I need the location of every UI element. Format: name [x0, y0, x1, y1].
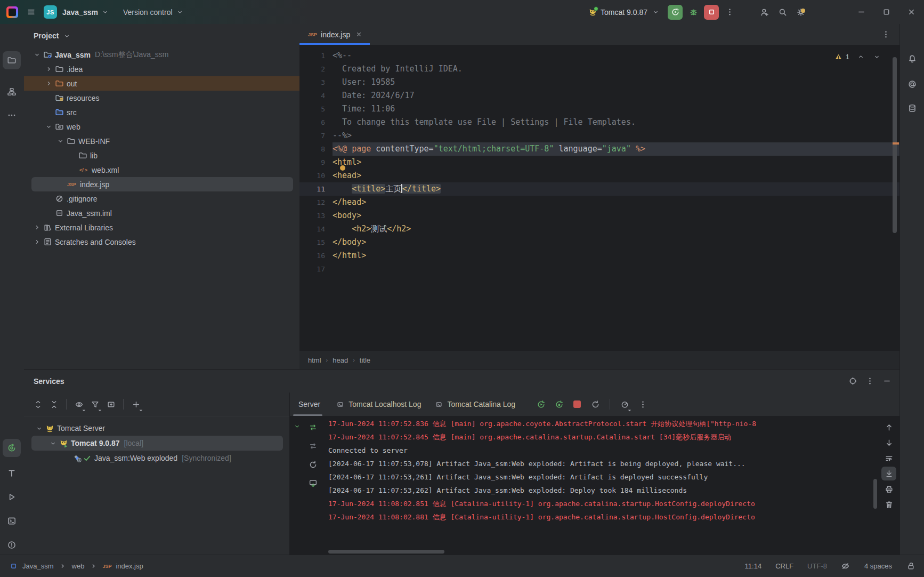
code-line-16[interactable]: 16</html> [299, 249, 899, 262]
wrap-button[interactable] [881, 451, 896, 465]
chevron-down-icon[interactable] [872, 52, 881, 61]
arrow-up-button[interactable] [881, 420, 896, 434]
service-item-tomcat-server[interactable]: Tomcat Server [24, 421, 289, 436]
tree-item-web[interactable]: web [24, 119, 299, 134]
kebab-button[interactable] [635, 397, 650, 412]
code-line-15[interactable]: 15</body> [299, 236, 899, 249]
code-line-1[interactable]: 1<%-- [299, 49, 899, 62]
editor-scrollbar[interactable] [893, 57, 897, 233]
chevron-right-icon[interactable] [44, 65, 54, 74]
statusbar-project[interactable]: Java_ssm [22, 562, 54, 570]
statusbar-file[interactable]: index.jsp [116, 562, 143, 570]
file-encoding[interactable]: UTF-8 [807, 562, 827, 570]
frame-plus-button[interactable] [103, 397, 118, 412]
console-tab-tomcat-catalina-log[interactable]: Tomcat Catalina Log [427, 392, 522, 416]
run-tool-button[interactable] [3, 488, 21, 506]
main-menu-button[interactable] [23, 5, 38, 20]
code-area[interactable]: 1<%--2 Created by IntelliJ IDEA.3 User: … [299, 45, 899, 351]
console-vscrollbar[interactable] [873, 479, 877, 509]
code-line-17[interactable]: 17 [299, 262, 899, 276]
plus-button[interactable] [128, 397, 143, 412]
console-tab-tomcat-localhost-log[interactable]: Tomcat Localhost Log [329, 392, 427, 416]
tree-item-resources[interactable]: resources [24, 91, 299, 105]
service-item-tomcat-9-0-87[interactable]: Tomcat 9.0.87[local] [24, 436, 289, 451]
arrow-down-button[interactable] [881, 436, 896, 450]
breadcrumb-html[interactable]: html [308, 356, 321, 364]
code-line-5[interactable]: 5 Time: 11:06 [299, 102, 899, 116]
tab-options-button[interactable] [878, 27, 893, 42]
target-button[interactable] [845, 374, 860, 389]
search-everywhere-button[interactable] [775, 5, 790, 20]
gauge-button[interactable] [617, 397, 632, 412]
code-line-7[interactable]: 7--%> [299, 129, 899, 142]
chevron-right-icon[interactable] [33, 237, 42, 247]
database-tool-button[interactable] [903, 99, 921, 117]
refresh-button[interactable] [588, 397, 603, 412]
breadcrumb-title[interactable]: title [360, 356, 370, 364]
code-line-9[interactable]: 9<html> [299, 156, 899, 169]
close-button[interactable] [899, 0, 924, 24]
terminal-tool-button[interactable] [3, 512, 21, 530]
chevron-right-icon[interactable] [44, 79, 54, 89]
inspection-widget[interactable]: 1 [834, 52, 881, 61]
chevron-down-icon[interactable] [56, 137, 66, 146]
chevron-up-icon[interactable] [856, 52, 865, 61]
chevron-right-icon[interactable] [33, 223, 42, 233]
code-line-10[interactable]: 10<head> [299, 169, 899, 182]
maximize-button[interactable] [874, 0, 899, 24]
trash-button[interactable] [881, 498, 896, 511]
statusbar-folder[interactable]: web [72, 562, 85, 570]
project-tool-button[interactable] [3, 51, 21, 69]
code-line-2[interactable]: 2 Created by IntelliJ IDEA. [299, 62, 899, 76]
code-line-8[interactable]: 8<%@ page contentType="text/html;charset… [299, 142, 899, 156]
tree-item-index-jsp[interactable]: JSPindex.jsp [24, 177, 299, 191]
error-stripe-mark[interactable] [893, 142, 899, 145]
tree-item-java-ssm[interactable]: Java_ssmD:\ssm整合\Java_ssm [24, 47, 299, 62]
tree-item-web-inf[interactable]: WEB-INF [24, 134, 299, 148]
chevron-down-icon[interactable] [62, 31, 71, 41]
scroll-end-button[interactable] [881, 467, 896, 480]
code-line-3[interactable]: 3 User: 19585 [299, 76, 899, 89]
console-hscrollbar[interactable] [328, 550, 444, 554]
notifications-button[interactable] [903, 50, 921, 68]
collapse-all-button[interactable] [46, 397, 61, 412]
eye-button[interactable] [71, 397, 86, 412]
tree-item-external-libraries[interactable]: External Libraries [24, 220, 299, 235]
sync-button[interactable] [306, 421, 320, 433]
expand-all-button[interactable] [30, 397, 45, 412]
tree-item-web-xml[interactable]: </ >web.xml [24, 163, 299, 177]
console-output[interactable]: 17-Jun-2024 11:07:52.836 信息 [main] org.a… [328, 416, 878, 555]
stop-square-button[interactable] [570, 397, 585, 412]
chevron-down-icon[interactable] [44, 122, 54, 132]
code-line-4[interactable]: 4 Date: 2024/6/17 [299, 89, 899, 102]
tree-item-out[interactable]: out [24, 76, 299, 91]
run-config-selector[interactable]: Tomcat 9.0.87 [588, 7, 660, 17]
code-with-me-button[interactable] [757, 5, 772, 20]
code-line-12[interactable]: 12</head> [299, 196, 899, 209]
rerun-button[interactable] [533, 397, 548, 412]
project-selector[interactable]: Java_ssm [62, 7, 110, 17]
lock-open-icon[interactable] [906, 562, 915, 571]
highlighting-level-icon[interactable] [841, 562, 850, 571]
code-line-11[interactable]: 11 <title>主页</title> [299, 182, 899, 196]
breadcrumb-head[interactable]: head [333, 356, 348, 364]
line-ending[interactable]: CRLF [775, 562, 793, 570]
rerun-button[interactable] [668, 5, 683, 20]
minimize-button[interactable] [879, 374, 894, 389]
more-tool-windows-button[interactable] [3, 106, 21, 124]
debug-button[interactable] [686, 5, 701, 20]
sync-button[interactable] [306, 440, 320, 452]
tree-item--gitignore[interactable]: .gitignore [24, 191, 299, 206]
version-control-menu[interactable]: Version control [123, 7, 185, 17]
minimize-button[interactable] [849, 0, 874, 24]
tree-item--idea[interactable]: .idea [24, 62, 299, 76]
refresh-button[interactable] [306, 459, 320, 470]
services-tool-button[interactable] [3, 439, 21, 457]
service-item-java-ssm-web-exploded[interactable]: Java_ssm:Web exploded[Synchronized] [24, 451, 289, 466]
console-tab-server[interactable]: Server [297, 392, 329, 416]
stop-button[interactable] [704, 5, 719, 20]
ai-assistant-button[interactable] [903, 75, 921, 93]
chevron-down-icon[interactable] [48, 438, 58, 448]
close-icon[interactable] [354, 30, 363, 39]
caret-position[interactable]: 11:14 [745, 562, 762, 570]
